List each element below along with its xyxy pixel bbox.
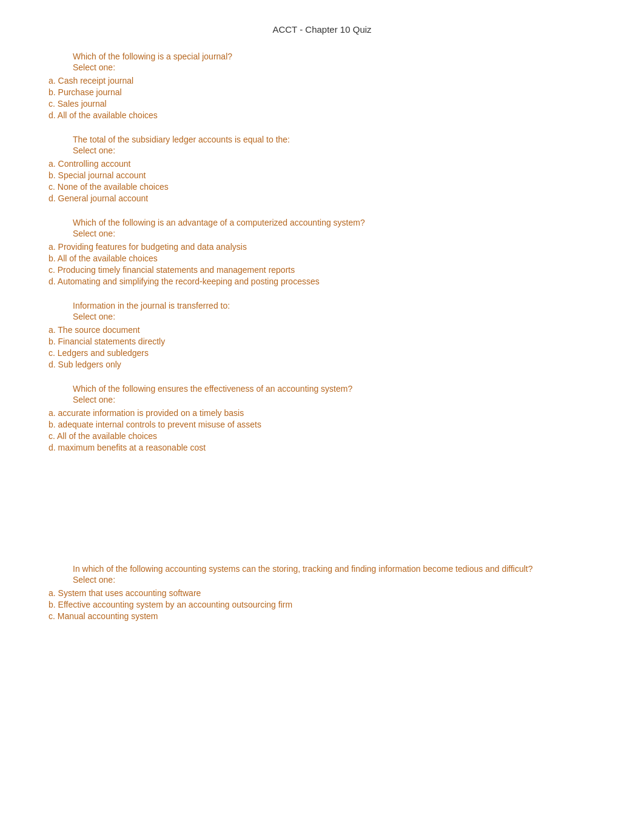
answer-item-2-2[interactable]: b. Special journal account bbox=[36, 170, 608, 180]
answer-item-4-1[interactable]: a. The source document bbox=[36, 325, 608, 335]
question-text-1: Which of the following is a special jour… bbox=[73, 52, 608, 61]
answer-item-6-3[interactable]: c. Manual accounting system bbox=[36, 611, 608, 621]
answer-item-1-4[interactable]: d. All of the available choices bbox=[36, 110, 608, 120]
answer-list-5: a. accurate information is provided on a… bbox=[36, 408, 608, 452]
answer-item-3-3[interactable]: c. Producing timely financial statements… bbox=[36, 265, 608, 275]
question-block-4: Information in the journal is transferre… bbox=[36, 301, 608, 369]
select-one-label-1: Select one: bbox=[73, 62, 608, 72]
select-one-label-3: Select one: bbox=[73, 229, 608, 238]
answer-item-5-2[interactable]: b. adequate internal controls to prevent… bbox=[36, 420, 608, 429]
question-text-5: Which of the following ensures the effec… bbox=[73, 384, 608, 394]
question-text-3: Which of the following is an advantage o… bbox=[73, 218, 608, 227]
answer-item-4-3[interactable]: c. Ledgers and subledgers bbox=[36, 348, 608, 358]
question-block-2: The total of the subsidiary ledger accou… bbox=[36, 135, 608, 203]
answer-item-6-2[interactable]: b. Effective accounting system by an acc… bbox=[36, 600, 608, 609]
answer-item-5-4[interactable]: d. maximum benefits at a reasonable cost bbox=[36, 443, 608, 452]
answer-list-1: a. Cash receipt journalb. Purchase journ… bbox=[36, 76, 608, 120]
answer-item-4-4[interactable]: d. Sub ledgers only bbox=[36, 360, 608, 369]
answer-item-3-2[interactable]: b. All of the available choices bbox=[36, 253, 608, 263]
question-block-1: Which of the following is a special jour… bbox=[36, 52, 608, 120]
answer-item-2-4[interactable]: d. General journal account bbox=[36, 193, 608, 203]
answer-item-1-2[interactable]: b. Purchase journal bbox=[36, 87, 608, 97]
answer-item-2-1[interactable]: a. Controlling account bbox=[36, 159, 608, 169]
question-text-2: The total of the subsidiary ledger accou… bbox=[73, 135, 608, 144]
select-one-label-6: Select one: bbox=[73, 575, 608, 585]
question-block-5: Which of the following ensures the effec… bbox=[36, 384, 608, 452]
answer-list-6: a. System that uses accounting softwareb… bbox=[36, 588, 608, 621]
answer-item-6-1[interactable]: a. System that uses accounting software bbox=[36, 588, 608, 598]
answer-list-2: a. Controlling accountb. Special journal… bbox=[36, 159, 608, 203]
answer-list-4: a. The source documentb. Financial state… bbox=[36, 325, 608, 369]
spacer-large bbox=[36, 467, 608, 564]
question-text-4: Information in the journal is transferre… bbox=[73, 301, 608, 310]
answer-item-3-1[interactable]: a. Providing features for budgeting and … bbox=[36, 242, 608, 252]
answer-item-3-4[interactable]: d. Automating and simplifying the record… bbox=[36, 277, 608, 286]
answer-list-3: a. Providing features for budgeting and … bbox=[36, 242, 608, 286]
question-block-6: In which of the following accounting sys… bbox=[36, 564, 608, 621]
questions-container: Which of the following is a special jour… bbox=[36, 52, 608, 621]
page-title: ACCT - Chapter 10 Quiz bbox=[36, 24, 608, 35]
answer-item-1-3[interactable]: c. Sales journal bbox=[36, 99, 608, 109]
select-one-label-4: Select one: bbox=[73, 312, 608, 321]
select-one-label-2: Select one: bbox=[73, 146, 608, 155]
answer-item-4-2[interactable]: b. Financial statements directly bbox=[36, 337, 608, 346]
answer-item-5-1[interactable]: a. accurate information is provided on a… bbox=[36, 408, 608, 418]
answer-item-5-3[interactable]: c. All of the available choices bbox=[36, 431, 608, 441]
answer-item-2-3[interactable]: c. None of the available choices bbox=[36, 182, 608, 192]
question-block-3: Which of the following is an advantage o… bbox=[36, 218, 608, 286]
answer-item-1-1[interactable]: a. Cash receipt journal bbox=[36, 76, 608, 86]
question-text-6: In which of the following accounting sys… bbox=[73, 564, 608, 574]
select-one-label-5: Select one: bbox=[73, 395, 608, 404]
